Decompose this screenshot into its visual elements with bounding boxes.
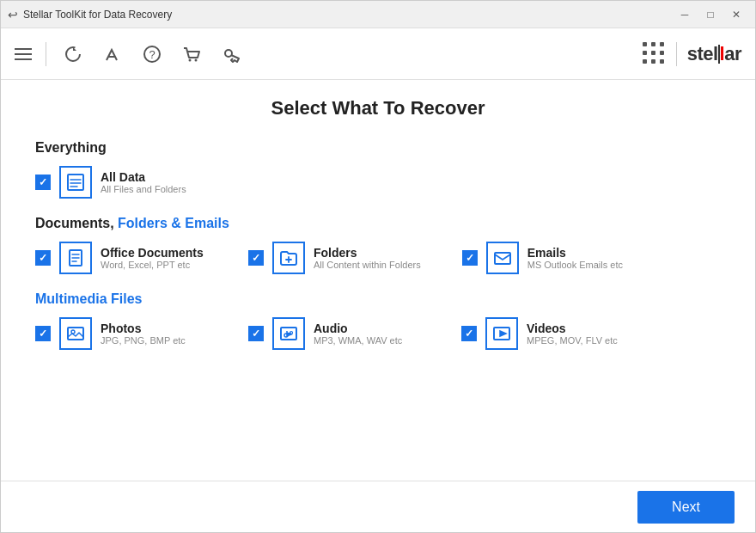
- office-docs-checkbox[interactable]: ✓: [35, 250, 51, 266]
- menu-icon[interactable]: [15, 48, 32, 60]
- checkmark-icon: ✓: [39, 252, 47, 264]
- minimize-button[interactable]: ─: [673, 6, 697, 23]
- titlebar: ↩ Stellar ToolKit for Data Recovery ─ □ …: [1, 1, 755, 28]
- photos-checkbox[interactable]: ✓: [35, 326, 51, 341]
- videos-option[interactable]: ✓ Videos MPEG, MOV, FLV etc: [461, 317, 633, 350]
- close-button[interactable]: ✕: [724, 6, 748, 23]
- multimedia-section: Multimedia Files ✓ Photos JPG, PNG, BMP …: [35, 291, 721, 350]
- videos-icon: [485, 317, 518, 350]
- folders-desc: All Content within Folders: [314, 260, 421, 270]
- all-data-desc: All Files and Folders: [101, 184, 186, 194]
- checkmark-icon: ✓: [252, 328, 260, 340]
- photos-desc: JPG, PNG, BMP etc: [101, 335, 186, 346]
- back-icon: ↩: [8, 8, 18, 21]
- folders-option[interactable]: ✓ Folders All Content within Folders: [248, 242, 421, 274]
- svg-rect-9: [495, 253, 510, 264]
- checkmark-icon: ✓: [252, 252, 260, 264]
- photos-name: Photos: [101, 322, 186, 335]
- audio-option[interactable]: ✓ Audio MP3, WMA, WAV etc: [248, 317, 420, 350]
- toolbar-right: stellar: [643, 42, 741, 66]
- emails-icon: [486, 242, 519, 274]
- svg-point-4: [189, 58, 192, 61]
- audio-desc: MP3, WMA, WAV etc: [314, 335, 402, 346]
- help-icon[interactable]: ?: [139, 41, 165, 67]
- page-title: Select What To Recover: [35, 97, 721, 119]
- refresh-icon[interactable]: [60, 41, 86, 67]
- multimedia-label: Multimedia Files: [35, 291, 721, 307]
- key-icon[interactable]: [218, 41, 244, 67]
- photos-icon: [59, 317, 92, 350]
- checkmark-icon: ✓: [39, 328, 47, 340]
- audio-checkbox[interactable]: ✓: [248, 326, 264, 341]
- folders-icon: [272, 242, 305, 274]
- titlebar-left: ↩ Stellar ToolKit for Data Recovery: [8, 8, 172, 21]
- documents-section: Documents, Folders & Emails ✓ Office Doc…: [35, 216, 721, 274]
- office-docs-text: Office Documents Word, Excel, PPT etc: [101, 246, 204, 270]
- stellar-logo: stellar: [687, 43, 741, 65]
- apps-icon[interactable]: [643, 42, 666, 65]
- folders-checkbox[interactable]: ✓: [248, 250, 264, 266]
- all-data-checkbox[interactable]: ✓: [35, 175, 51, 190]
- toolbar-divider-v: [676, 42, 677, 66]
- folders-name: Folders: [314, 246, 421, 260]
- next-button[interactable]: Next: [637, 491, 735, 524]
- office-docs-icon: [59, 242, 92, 274]
- svg-rect-10: [68, 328, 83, 340]
- photos-text: Photos JPG, PNG, BMP etc: [101, 322, 186, 346]
- footer: Next: [1, 481, 755, 532]
- everything-label: Everything: [35, 140, 721, 156]
- draw-icon[interactable]: [100, 41, 125, 67]
- office-docs-name: Office Documents: [101, 246, 204, 260]
- maximize-button[interactable]: □: [698, 6, 722, 23]
- all-data-option[interactable]: ✓ All Data All Files and Folders: [35, 166, 207, 199]
- svg-rect-7: [68, 175, 83, 190]
- everything-options-row: ✓ All Data All Files and Folders: [35, 166, 721, 199]
- svg-point-5: [195, 58, 198, 61]
- office-docs-desc: Word, Excel, PPT etc: [101, 260, 204, 270]
- multimedia-options-row: ✓ Photos JPG, PNG, BMP etc ✓: [35, 317, 721, 350]
- videos-text: Videos MPEG, MOV, FLV etc: [527, 322, 618, 346]
- documents-label: Documents, Folders & Emails: [35, 216, 721, 231]
- toolbar-divider-1: [46, 42, 46, 66]
- toolbar-left: ?: [15, 41, 244, 67]
- all-data-name: All Data: [101, 170, 186, 184]
- main-content: Select What To Recover Everything ✓ All …: [1, 80, 755, 481]
- folders-text: Folders All Content within Folders: [314, 246, 421, 270]
- audio-name: Audio: [314, 322, 402, 335]
- photos-option[interactable]: ✓ Photos JPG, PNG, BMP etc: [35, 317, 207, 350]
- documents-label-blue: Folders & Emails: [118, 216, 229, 230]
- emails-text: Emails MS Outlook Emails etc: [527, 246, 623, 270]
- emails-option[interactable]: ✓ Emails MS Outlook Emails etc: [462, 242, 634, 274]
- checkmark-icon: ✓: [466, 252, 474, 264]
- all-data-icon: [59, 166, 92, 199]
- all-data-text: All Data All Files and Folders: [101, 170, 186, 194]
- audio-icon: [272, 317, 305, 350]
- videos-checkbox[interactable]: ✓: [461, 326, 477, 341]
- cart-icon[interactable]: [179, 41, 204, 67]
- titlebar-title: Stellar ToolKit for Data Recovery: [23, 9, 172, 21]
- documents-label-black: Documents,: [35, 216, 118, 230]
- documents-options-row: ✓ Office Documents Word, Excel, PPT etc …: [35, 242, 721, 274]
- svg-point-13: [284, 334, 288, 337]
- checkmark-icon: ✓: [465, 328, 473, 340]
- svg-marker-17: [500, 331, 506, 336]
- emails-checkbox[interactable]: ✓: [462, 250, 478, 266]
- videos-desc: MPEG, MOV, FLV etc: [527, 335, 618, 346]
- svg-text:?: ?: [149, 48, 155, 61]
- emails-name: Emails: [527, 246, 623, 260]
- videos-name: Videos: [527, 322, 618, 335]
- toolbar: ? stellar: [1, 28, 755, 80]
- titlebar-controls: ─ □ ✕: [673, 6, 748, 23]
- audio-text: Audio MP3, WMA, WAV etc: [314, 322, 402, 346]
- checkmark-icon: ✓: [39, 176, 47, 188]
- office-docs-option[interactable]: ✓ Office Documents Word, Excel, PPT etc: [35, 242, 207, 274]
- emails-desc: MS Outlook Emails etc: [527, 260, 623, 270]
- everything-section: Everything ✓ All Data All Files and Fold…: [35, 140, 721, 199]
